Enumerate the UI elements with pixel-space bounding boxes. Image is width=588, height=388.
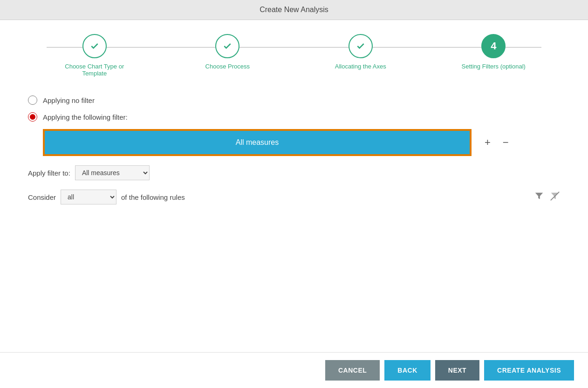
- footer: CANCEL BACK NEXT CREATE ANALYSIS: [0, 352, 588, 388]
- add-filter-button[interactable]: +: [481, 136, 494, 150]
- step-4: 4 Setting Filters (optional): [427, 34, 561, 70]
- step-1-circle: [82, 34, 107, 58]
- step-4-circle: 4: [481, 34, 506, 58]
- apply-filter-select[interactable]: All measures X Axis Y Axis: [75, 165, 150, 180]
- apply-filter-radio[interactable]: [28, 112, 37, 122]
- filter-button-row: All measures + −: [43, 129, 560, 156]
- apply-filter-to-label: Apply filter to:: [28, 169, 70, 177]
- step-3-label: Allocating the Axes: [335, 63, 386, 70]
- step-1: Choose Chart Type or Template: [28, 34, 161, 77]
- step-2-circle: [215, 34, 239, 58]
- step-2-label: Choose Process: [205, 63, 250, 70]
- content-area: Applying no filter Applying the followin…: [0, 86, 588, 352]
- funnel-icon: [534, 191, 544, 204]
- apply-filter-option[interactable]: Applying the following filter:: [28, 112, 560, 122]
- step-2: Choose Process: [161, 34, 294, 70]
- cancel-button[interactable]: CANCEL: [325, 360, 380, 381]
- stepper: Choose Chart Type or Template Choose Pro…: [0, 20, 588, 86]
- step-1-label: Choose Chart Type or Template: [57, 63, 132, 77]
- step-4-label: Setting Filters (optional): [462, 63, 526, 70]
- no-filter-option[interactable]: Applying no filter: [28, 95, 560, 105]
- rules-label: of the following rules: [121, 193, 185, 201]
- remove-filter-button[interactable]: −: [499, 136, 513, 150]
- step-4-number: 4: [491, 40, 496, 52]
- all-measures-button[interactable]: All measures: [43, 129, 472, 156]
- apply-filter-label: Applying the following filter:: [43, 113, 128, 121]
- step-3: Allocating the Axes: [294, 34, 427, 70]
- main-content: Choose Chart Type or Template Choose Pro…: [0, 20, 588, 352]
- funnel-clear-icon: [550, 191, 560, 204]
- back-button[interactable]: BACK: [384, 360, 430, 381]
- no-filter-label: Applying no filter: [43, 96, 95, 104]
- step-3-circle: [349, 34, 373, 58]
- create-analysis-button[interactable]: CREATE ANALYSIS: [484, 360, 574, 381]
- consider-row: Consider all any of the following rules: [28, 190, 560, 204]
- next-button[interactable]: NEXT: [435, 360, 479, 381]
- no-filter-radio[interactable]: [28, 95, 37, 105]
- filter-actions: + −: [481, 136, 513, 150]
- consider-label: Consider: [28, 193, 56, 201]
- header-title: Create New Analysis: [260, 6, 328, 14]
- page-header: Create New Analysis: [0, 0, 588, 20]
- filter-icons: [534, 191, 560, 204]
- apply-filter-row: Apply filter to: All measures X Axis Y A…: [28, 165, 560, 180]
- consider-select[interactable]: all any: [61, 190, 116, 204]
